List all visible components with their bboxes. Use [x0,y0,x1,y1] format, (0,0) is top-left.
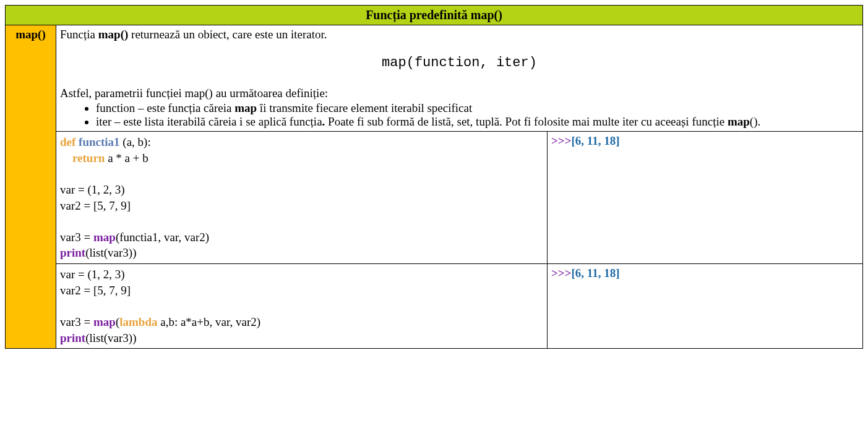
print-post: (list(var3)) [85,331,136,344]
signature: map(function, iter) [60,55,859,70]
code-line: var = (1, 2, 3) [60,182,543,198]
code-example-2: var = (1, 2, 3) var2 = [5, 7, 9] var3 = … [56,264,548,349]
function-name: map() [15,28,46,41]
description-cell: Funcția map() returnează un obiect, care… [56,25,863,132]
intro-line: Funcția map() returnează un obiect, care… [60,28,859,41]
output-arrow: >>> [551,134,571,147]
output-value: [6, 11, 18] [571,134,619,147]
param-iter: iter – este lista iterabilă căreia i se … [96,115,859,129]
code-line: var2 = [5, 7, 9] [60,198,543,214]
b2-pre: iter – este lista iterabilă căreia i se … [96,115,322,128]
code-line: print(list(var3)) [60,330,543,346]
b1-bold: map [234,101,257,114]
code-line: def functia1 (a, b): [60,134,543,150]
kw-map: map [93,231,116,244]
intro-pre: Funcția [60,28,98,41]
b2-post: (). [750,115,760,128]
output-2: >>>[6, 11, 18] [547,264,862,349]
lambda-rest: a,b: a*a+b, var, var2) [157,315,260,328]
ret-rest: a * a + b [105,151,148,164]
assign-pre: var3 = [60,315,93,328]
code-line: print(list(var3)) [60,245,543,261]
params-intro: Astfel, parametrii funcției map() au urm… [60,87,859,100]
b1-post: îi transmite fiecare element iterabil sp… [257,101,472,114]
params-list: function – este funcția căreia map îi tr… [60,101,859,129]
b2-mid: Poate fi sub formă de listă, set, tuplă.… [325,115,728,128]
assign-pre: var3 = [60,231,93,244]
kw-print: print [60,246,85,259]
code-example-1: def functia1 (a, b): return a * a + b va… [56,132,548,264]
intro-bold: map() [98,28,129,41]
def-rest: (a, b): [120,135,151,148]
assign-post: (functia1, var, var2) [116,231,209,244]
header-title: Funcția predefinită map() [366,8,502,22]
function-name-cell: map() [6,25,56,349]
kw-print: print [60,331,85,344]
table-header: Funcția predefinită map() [6,6,863,25]
kw-map: map [93,315,116,328]
kw-lambda: lambda [119,315,157,328]
reference-table: Funcția predefinită map() map() Funcția … [5,5,863,349]
intro-post: returnează un obiect, care este un itera… [128,28,327,41]
output-value: [6, 11, 18] [571,267,619,280]
blank-line [60,213,543,229]
print-post: (list(var3)) [85,246,136,259]
code-line: var = (1, 2, 3) [60,267,543,283]
b2-bold: map [728,115,750,128]
code-line: var3 = map(lambda a,b: a*a+b, var, var2) [60,314,543,330]
code-line: return a * a + b [60,150,543,166]
blank-line [60,298,543,314]
fn-name: functia1 [79,135,120,148]
output-arrow: >>> [551,267,571,280]
b1-pre: function – este funcția căreia [96,101,234,114]
code-line: var3 = map(functia1, var, var2) [60,229,543,245]
kw-return: return [72,151,105,164]
kw-def: def [60,135,75,148]
code-line: var2 = [5, 7, 9] [60,283,543,299]
param-function: function – este funcția căreia map îi tr… [96,101,859,115]
output-1: >>>[6, 11, 18] [547,132,862,264]
blank-line [60,166,543,182]
